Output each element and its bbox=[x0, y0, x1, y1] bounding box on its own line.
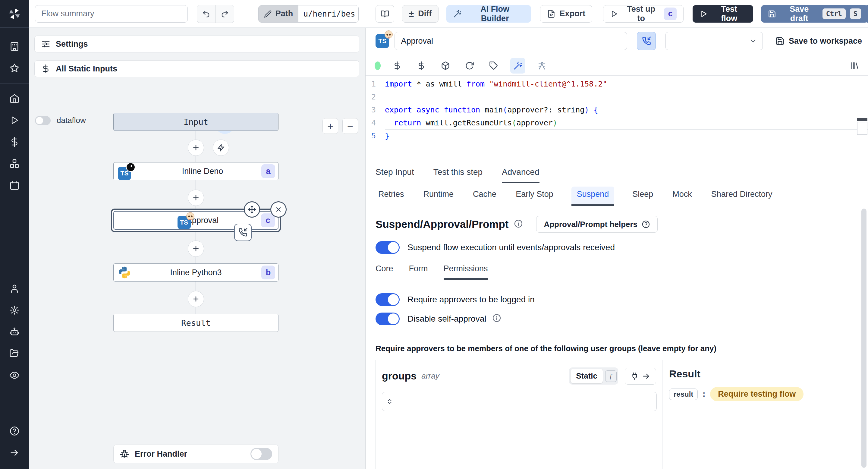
graph-node-inline-python[interactable]: Inline Python3 b bbox=[113, 263, 278, 282]
error-handler-card[interactable]: Error Handler bbox=[113, 445, 278, 463]
move-step-button[interactable] bbox=[244, 201, 260, 218]
ts-glyph: TS bbox=[121, 170, 129, 177]
error-handler-toggle[interactable] bbox=[250, 448, 272, 460]
typescript-icon: TS bbox=[118, 167, 131, 180]
subtab-sleep[interactable]: Sleep bbox=[631, 187, 654, 206]
subtab-cache[interactable]: Cache bbox=[472, 187, 498, 206]
tab-step-input[interactable]: Step Input bbox=[375, 167, 414, 183]
sidebar-item-resources[interactable] bbox=[0, 153, 29, 175]
redo-button[interactable] bbox=[216, 5, 234, 23]
library-button[interactable] bbox=[847, 58, 862, 73]
result-key-chip[interactable]: result bbox=[669, 388, 698, 400]
ai-flow-builder-button[interactable]: AI Flow Builder bbox=[446, 5, 531, 23]
panel-scrollbar[interactable] bbox=[861, 209, 867, 468]
code-line[interactable]: 5} bbox=[366, 129, 868, 142]
require-login-toggle[interactable] bbox=[375, 293, 400, 306]
save-draft-button[interactable]: Save draft Ctrl S bbox=[761, 5, 868, 23]
code-line[interactable]: 4 return wmill.getResumeUrls(approver) bbox=[366, 116, 868, 129]
top-toolbar: Path u/henri/bes ± Diff AI Flow Builder … bbox=[29, 0, 868, 28]
ai-assistant-button[interactable] bbox=[510, 58, 525, 73]
subtab-runtime[interactable]: Runtime bbox=[422, 187, 455, 206]
javascript-mode-button[interactable]: ƒ bbox=[605, 370, 617, 382]
code-line[interactable]: 1import * as wmill from "windmill-client… bbox=[366, 77, 868, 90]
subtab-retries[interactable]: Retries bbox=[377, 187, 405, 206]
sidebar-item-schedules[interactable] bbox=[0, 175, 29, 196]
helpers-label: Approval/Prompt helpers bbox=[544, 220, 638, 229]
code-line[interactable]: 3export async function main(approver?: s… bbox=[366, 103, 868, 116]
add-step-button-4[interactable] bbox=[188, 291, 204, 307]
contextual-variables-button[interactable] bbox=[414, 58, 429, 73]
add-step-button-1[interactable] bbox=[188, 139, 204, 156]
all-static-inputs-button[interactable]: All Static Inputs bbox=[34, 60, 359, 77]
sidebar-item-audit-logs[interactable] bbox=[0, 365, 29, 386]
suspend-indicator-button[interactable] bbox=[637, 32, 656, 50]
test-flow-label: Test flow bbox=[712, 4, 746, 23]
deploy-button-partial[interactable] bbox=[864, 5, 868, 23]
sidebar-item-help[interactable] bbox=[0, 420, 29, 442]
sidebar-item-home[interactable] bbox=[0, 88, 29, 110]
diff-button[interactable]: ± Diff bbox=[402, 5, 438, 23]
zoom-in-button[interactable]: + bbox=[322, 118, 338, 134]
test-flow-button[interactable]: Test flow bbox=[692, 5, 753, 23]
approval-prompt-helpers-button[interactable]: Approval/Prompt helpers bbox=[536, 216, 658, 233]
suspend-toggle[interactable] bbox=[375, 241, 400, 254]
static-mode-button[interactable]: Static bbox=[570, 369, 603, 383]
windmill-logo[interactable] bbox=[0, 0, 29, 28]
path-value[interactable]: u/henri/bes bbox=[299, 5, 358, 22]
subtab-suspend[interactable]: Suspend bbox=[571, 187, 615, 206]
groups-array-input[interactable] bbox=[382, 392, 657, 411]
flow-summary-input[interactable] bbox=[35, 5, 188, 23]
path-button[interactable]: Path bbox=[258, 5, 299, 22]
undo-button[interactable] bbox=[197, 5, 216, 23]
step-name-input[interactable] bbox=[395, 32, 627, 50]
editor-scrollbar-thumb[interactable] bbox=[857, 118, 867, 121]
delete-step-button[interactable] bbox=[270, 201, 287, 218]
subtab-mock[interactable]: Mock bbox=[671, 187, 693, 206]
script-version-select[interactable] bbox=[665, 32, 763, 50]
sidebar-item-favorites[interactable] bbox=[0, 57, 29, 79]
sidebar-item-folders[interactable] bbox=[0, 343, 29, 365]
play-icon bbox=[9, 115, 20, 125]
variables-button[interactable] bbox=[390, 58, 405, 73]
subtab-early-stop[interactable]: Early Stop bbox=[515, 187, 555, 206]
code-editor[interactable]: 1import * as wmill from "windmill-client… bbox=[366, 75, 868, 166]
graph-node-input[interactable]: Input bbox=[113, 113, 278, 131]
resources-button[interactable] bbox=[438, 58, 453, 73]
zoom-out-button[interactable]: − bbox=[342, 118, 358, 134]
path-group[interactable]: Path u/henri/bes bbox=[258, 5, 359, 23]
sidebar-item-variables[interactable] bbox=[0, 131, 29, 153]
reset-button[interactable] bbox=[462, 58, 477, 73]
tab-advanced[interactable]: Advanced bbox=[502, 167, 539, 183]
save-to-workspace-button[interactable]: Save to workspace bbox=[775, 36, 862, 46]
tab-permissions[interactable]: Permissions bbox=[444, 264, 488, 280]
docs-button[interactable] bbox=[375, 5, 394, 23]
tab-test-this-step[interactable]: Test this step bbox=[433, 167, 483, 183]
dataflow-label: dataflow bbox=[57, 116, 86, 125]
add-trigger-button[interactable] bbox=[213, 139, 229, 156]
sidebar-item-runs[interactable] bbox=[0, 110, 29, 131]
sidebar-item-users[interactable] bbox=[0, 278, 29, 299]
graph-node-inline-deno[interactable]: TS Inline Deno a bbox=[113, 162, 278, 180]
disable-self-approval-toggle[interactable] bbox=[375, 313, 400, 325]
test-up-to-button[interactable]: Test up to c bbox=[603, 5, 684, 23]
connect-input-button[interactable] bbox=[625, 368, 656, 385]
sidebar-item-apps[interactable] bbox=[0, 36, 29, 57]
info-icon[interactable] bbox=[514, 219, 523, 229]
export-button[interactable]: Export bbox=[540, 5, 592, 23]
tab-core[interactable]: Core bbox=[375, 264, 393, 280]
add-step-button-2[interactable] bbox=[188, 190, 204, 206]
info-icon[interactable] bbox=[492, 313, 501, 324]
sidebar-item-settings[interactable] bbox=[0, 299, 29, 321]
graph-node-result[interactable]: Result bbox=[113, 314, 278, 332]
code-line[interactable]: 2 bbox=[366, 90, 868, 103]
dataflow-toggle[interactable] bbox=[35, 116, 51, 125]
flow-settings-label: Settings bbox=[56, 39, 88, 49]
ai-fix-button[interactable] bbox=[534, 58, 550, 73]
tag-button[interactable] bbox=[486, 58, 501, 73]
tab-form[interactable]: Form bbox=[409, 264, 428, 280]
sidebar-item-workers[interactable] bbox=[0, 321, 29, 343]
subtab-shared-directory[interactable]: Shared Directory bbox=[710, 187, 774, 206]
sidebar-expand-button[interactable] bbox=[0, 442, 29, 464]
flow-settings-button[interactable]: Settings bbox=[34, 36, 359, 53]
add-step-button-3[interactable] bbox=[188, 241, 204, 257]
